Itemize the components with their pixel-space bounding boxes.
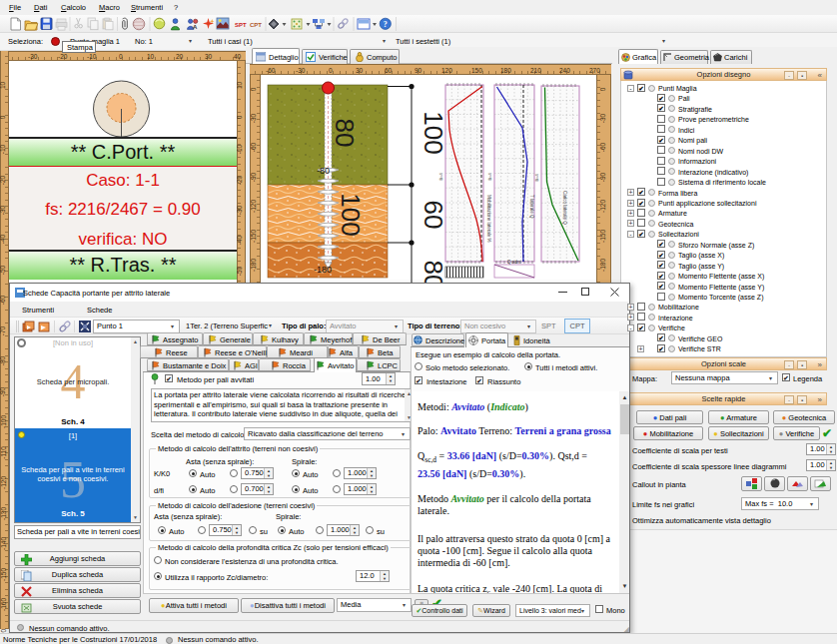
svg-text:B=4: B=4: [487, 173, 492, 181]
svg-text:B=4: B=4: [534, 174, 539, 182]
svg-text:CPT: CPT: [250, 22, 262, 28]
svg-text:B=4: B=4: [438, 173, 443, 181]
svg-text:Mobilitazione laterale %: Mobilitazione laterale %: [486, 195, 491, 243]
svg-text:Carico laterale Q: Carico laterale Q: [562, 191, 567, 225]
svg-text:Q adm: Q adm: [507, 260, 521, 265]
svg-text:SPT: SPT: [235, 22, 247, 28]
svg-text:A: A: [193, 24, 198, 30]
svg-text:?: ?: [384, 20, 388, 29]
svg-text:T laterale Q: T laterale Q: [529, 195, 534, 219]
